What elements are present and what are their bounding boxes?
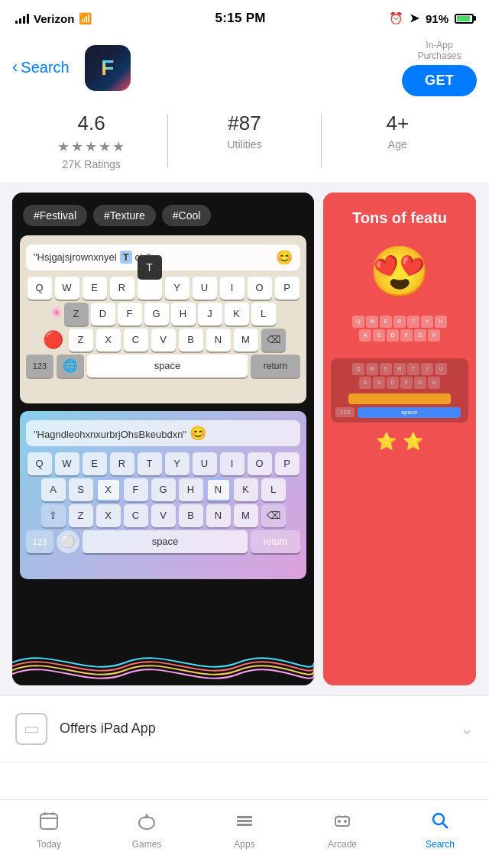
rating-rank-item: #87 Utilities	[168, 112, 320, 170]
key-num: 123	[26, 355, 53, 377]
svg-rect-1	[44, 812, 46, 815]
sc2-title: Tons of featu	[352, 208, 447, 228]
key-space2: space	[83, 530, 248, 553]
key-e: E	[83, 277, 107, 300]
key-globe: 🌐	[57, 355, 84, 377]
key-b2: B	[179, 504, 203, 527]
key-h: H	[171, 303, 196, 326]
key-f2: F	[124, 478, 148, 501]
rating-stars: ★★★★★	[57, 138, 126, 155]
key-u: U	[193, 277, 217, 300]
key-s2: S	[69, 478, 93, 501]
arcade-icon	[332, 811, 352, 836]
tab-today[interactable]: Today	[0, 811, 98, 850]
key-p: P	[275, 277, 300, 300]
tab-games-label: Games	[132, 839, 162, 850]
tab-arcade[interactable]: Arcade	[293, 811, 391, 850]
svg-line-17	[443, 824, 448, 828]
rating-age-item: 4+ Age	[322, 112, 474, 170]
key-space: space	[87, 355, 248, 377]
key-r2: R	[110, 452, 134, 475]
key-delete2: ⌫	[261, 504, 286, 527]
kbd-bottom-row: 123 🌐 space return	[26, 355, 300, 377]
age-label: Age	[388, 138, 407, 151]
screenshot-2[interactable]: Tons of featu 😍 Q W E R T Y U A	[323, 193, 476, 685]
status-left: Verizon 📶	[15, 12, 92, 25]
apps-icon	[235, 811, 254, 836]
key-circle: ⚪	[57, 530, 79, 553]
rating-age: 4+	[386, 112, 409, 135]
screenshots-scroll: #Festival #Texture #Cool "Hsjgajsjrownxn…	[0, 183, 489, 695]
back-button[interactable]: ‹ Search	[12, 59, 70, 77]
wifi-icon: 📶	[79, 12, 92, 24]
key-h2: H	[179, 478, 203, 501]
key-x2-active: X	[96, 478, 121, 501]
key-i2: I	[220, 452, 244, 475]
location-icon: ➤	[410, 11, 419, 25]
key-shift2: ⇧	[41, 504, 66, 527]
back-chevron-icon: ‹	[12, 57, 18, 77]
back-label: Search	[21, 59, 69, 76]
ipad-row[interactable]: ▭ Offers iPad App ⌄	[0, 695, 489, 763]
keyboard-preview-bottom: "HagndleohxnxurbrjOhsBkeubdxn" 😊 Q W E R…	[20, 411, 306, 579]
key-f: F	[118, 303, 142, 326]
tab-bar: Today Games Apps	[0, 799, 489, 868]
search-icon	[430, 811, 450, 836]
app-header: ‹ Search F In-AppPurchases GET	[0, 34, 489, 105]
svg-point-4	[139, 817, 154, 829]
tab-apps-label: Apps	[234, 839, 254, 850]
key-n3: N	[206, 504, 231, 527]
key-r: R	[110, 277, 134, 300]
key-n2-active: N	[206, 478, 231, 501]
app-icon: F	[85, 45, 131, 91]
key-delete: ⌫	[261, 329, 286, 351]
svg-rect-8	[237, 820, 252, 822]
key-k2: K	[234, 478, 258, 501]
keyboard-preview-top: "Hsjgajsjrownxnyel T ciz" 😊 Q W E R T	[20, 235, 306, 403]
tab-search[interactable]: Search	[391, 811, 489, 850]
tab-games[interactable]: Games	[98, 811, 196, 850]
key-y2: Y	[165, 452, 189, 475]
status-right: ⏰ ➤ 91%	[389, 11, 474, 25]
battery-icon	[455, 14, 474, 24]
tab-apps[interactable]: Apps	[196, 811, 293, 850]
key-l: L	[251, 303, 276, 326]
key-c: C	[124, 329, 148, 351]
ipad-left: ▭ Offers iPad App	[15, 713, 156, 745]
tags-row: #Festival #Texture #Cool	[12, 193, 314, 235]
key-o2: O	[248, 452, 272, 475]
tab-search-label: Search	[426, 839, 455, 850]
tag-texture: #Texture	[93, 205, 156, 226]
ratings-count: 27K Ratings	[63, 158, 121, 170]
clock: 5:15 PM	[215, 11, 265, 26]
key-m2: M	[234, 504, 258, 527]
key-l2: L	[261, 478, 286, 501]
tag-cool: #Cool	[162, 205, 212, 226]
sc2-badges: ⭐ ⭐	[376, 432, 423, 452]
ipad-label: Offers iPad App	[60, 721, 156, 737]
signal-icon	[15, 13, 29, 24]
get-button[interactable]: GET	[402, 65, 477, 96]
kbd-text-field-2: "HagndleohxnxurbrjOhsBkeubdxn" 😊	[26, 420, 300, 446]
sc2-keyboard: Q W E R T Y U A S D F G H	[331, 316, 468, 343]
key-num2: 123	[26, 530, 53, 553]
svg-rect-0	[40, 814, 57, 829]
sc2-emoji: 😍	[369, 243, 430, 300]
battery-pct: 91%	[426, 12, 449, 25]
key-u2: U	[193, 452, 217, 475]
key-q2: Q	[28, 452, 52, 475]
key-z2: Z	[69, 329, 93, 351]
key-t2: T	[138, 452, 162, 475]
tag-festival: #Festival	[23, 205, 87, 226]
key-n: N	[206, 329, 231, 351]
sc2-orange-bar	[348, 394, 451, 404]
key-o: O	[248, 277, 272, 300]
alarm-icon: ⏰	[389, 11, 403, 25]
kbd-text-field-1: "Hsjgajsjrownxnyel T ciz" 😊	[26, 245, 300, 270]
asdf-row-2: A S X F G H N K L	[26, 478, 300, 501]
tab-today-label: Today	[37, 839, 61, 850]
key-x3: X	[96, 504, 121, 527]
key-k: K	[225, 303, 249, 326]
screenshot-1[interactable]: #Festival #Texture #Cool "Hsjgajsjrownxn…	[12, 193, 314, 685]
key-i: I	[220, 277, 244, 300]
